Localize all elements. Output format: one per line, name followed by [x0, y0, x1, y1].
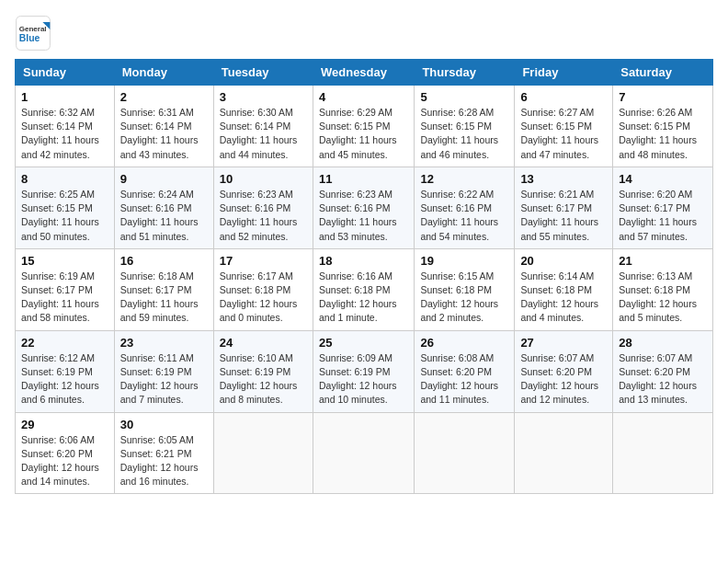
day-number: 30: [120, 418, 208, 431]
calendar-cell: 27Sunrise: 6:07 AM Sunset: 6:20 PM Dayli…: [515, 330, 613, 412]
day-number: 3: [220, 90, 307, 104]
day-number: 26: [420, 336, 508, 350]
day-info: Sunrise: 6:25 AM Sunset: 6:15 PM Dayligh…: [21, 188, 108, 244]
day-info: Sunrise: 6:11 AM Sunset: 6:19 PM Dayligh…: [120, 351, 208, 408]
calendar-cell: 11Sunrise: 6:23 AM Sunset: 6:16 PM Dayli…: [313, 167, 414, 248]
header: General Blue: [15, 15, 713, 52]
day-info: Sunrise: 6:18 AM Sunset: 6:17 PM Dayligh…: [120, 270, 208, 326]
calendar-week-row: 1Sunrise: 6:32 AM Sunset: 6:14 PM Daylig…: [16, 86, 713, 167]
day-number: 18: [319, 254, 408, 268]
day-number: 28: [619, 336, 707, 350]
day-number: 7: [619, 90, 707, 104]
calendar-cell: [515, 412, 613, 494]
day-number: 27: [520, 336, 607, 350]
column-header-sunday: Sunday: [16, 60, 115, 86]
logo-icon: General Blue: [15, 15, 51, 52]
day-number: 16: [120, 254, 208, 268]
calendar-cell: [415, 412, 515, 494]
column-header-monday: Monday: [114, 60, 213, 86]
calendar-cell: 17Sunrise: 6:17 AM Sunset: 6:18 PM Dayli…: [213, 248, 313, 330]
calendar-cell: 4Sunrise: 6:29 AM Sunset: 6:15 PM Daylig…: [313, 86, 414, 167]
day-number: 8: [21, 172, 108, 186]
day-info: Sunrise: 6:08 AM Sunset: 6:20 PM Dayligh…: [420, 351, 508, 408]
day-info: Sunrise: 6:07 AM Sunset: 6:20 PM Dayligh…: [520, 351, 607, 408]
calendar-cell: 20Sunrise: 6:14 AM Sunset: 6:18 PM Dayli…: [515, 248, 613, 330]
calendar-week-row: 8Sunrise: 6:25 AM Sunset: 6:15 PM Daylig…: [16, 167, 713, 248]
calendar-cell: 13Sunrise: 6:21 AM Sunset: 6:17 PM Dayli…: [515, 167, 613, 248]
column-header-wednesday: Wednesday: [313, 60, 414, 86]
day-info: Sunrise: 6:21 AM Sunset: 6:17 PM Dayligh…: [520, 188, 607, 244]
calendar-cell: 10Sunrise: 6:23 AM Sunset: 6:16 PM Dayli…: [213, 167, 313, 248]
day-info: Sunrise: 6:22 AM Sunset: 6:16 PM Dayligh…: [420, 188, 508, 244]
calendar-cell: 21Sunrise: 6:13 AM Sunset: 6:18 PM Dayli…: [613, 248, 713, 330]
calendar-cell: 23Sunrise: 6:11 AM Sunset: 6:19 PM Dayli…: [114, 330, 213, 412]
day-number: 19: [420, 254, 508, 268]
calendar-cell: 18Sunrise: 6:16 AM Sunset: 6:18 PM Dayli…: [313, 248, 414, 330]
day-number: 20: [520, 254, 607, 268]
calendar-cell: 19Sunrise: 6:15 AM Sunset: 6:18 PM Dayli…: [415, 248, 515, 330]
day-info: Sunrise: 6:14 AM Sunset: 6:18 PM Dayligh…: [520, 270, 607, 326]
calendar-cell: [313, 412, 414, 494]
column-header-friday: Friday: [515, 60, 613, 86]
day-info: Sunrise: 6:13 AM Sunset: 6:18 PM Dayligh…: [619, 270, 707, 326]
day-number: 4: [319, 90, 408, 104]
day-info: Sunrise: 6:12 AM Sunset: 6:19 PM Dayligh…: [21, 351, 108, 408]
calendar-cell: 25Sunrise: 6:09 AM Sunset: 6:19 PM Dayli…: [313, 330, 414, 412]
day-number: 2: [120, 90, 208, 104]
calendar-cell: 1Sunrise: 6:32 AM Sunset: 6:14 PM Daylig…: [16, 86, 115, 167]
column-header-saturday: Saturday: [613, 60, 713, 86]
day-info: Sunrise: 6:32 AM Sunset: 6:14 PM Dayligh…: [21, 106, 108, 162]
calendar-week-row: 15Sunrise: 6:19 AM Sunset: 6:17 PM Dayli…: [16, 248, 713, 330]
day-info: Sunrise: 6:09 AM Sunset: 6:19 PM Dayligh…: [319, 351, 408, 408]
calendar-table: SundayMondayTuesdayWednesdayThursdayFrid…: [15, 59, 713, 494]
calendar-week-row: 22Sunrise: 6:12 AM Sunset: 6:19 PM Dayli…: [16, 330, 713, 412]
day-number: 24: [220, 336, 307, 350]
calendar-cell: 3Sunrise: 6:30 AM Sunset: 6:14 PM Daylig…: [213, 86, 313, 167]
calendar-cell: 26Sunrise: 6:08 AM Sunset: 6:20 PM Dayli…: [415, 330, 515, 412]
calendar-cell: 12Sunrise: 6:22 AM Sunset: 6:16 PM Dayli…: [415, 167, 515, 248]
day-number: 9: [120, 172, 208, 186]
calendar-cell: 6Sunrise: 6:27 AM Sunset: 6:15 PM Daylig…: [515, 86, 613, 167]
calendar-header-row: SundayMondayTuesdayWednesdayThursdayFrid…: [16, 60, 713, 86]
day-number: 21: [619, 254, 707, 268]
column-header-tuesday: Tuesday: [213, 60, 313, 86]
calendar-cell: 15Sunrise: 6:19 AM Sunset: 6:17 PM Dayli…: [16, 248, 115, 330]
day-info: Sunrise: 6:24 AM Sunset: 6:16 PM Dayligh…: [120, 188, 208, 244]
day-number: 6: [520, 90, 607, 104]
day-info: Sunrise: 6:10 AM Sunset: 6:19 PM Dayligh…: [220, 351, 307, 408]
day-info: Sunrise: 6:28 AM Sunset: 6:15 PM Dayligh…: [420, 106, 508, 162]
day-info: Sunrise: 6:19 AM Sunset: 6:17 PM Dayligh…: [21, 270, 108, 326]
day-number: 5: [420, 90, 508, 104]
calendar-cell: 30Sunrise: 6:05 AM Sunset: 6:21 PM Dayli…: [114, 412, 213, 494]
calendar-cell: 9Sunrise: 6:24 AM Sunset: 6:16 PM Daylig…: [114, 167, 213, 248]
calendar-cell: 14Sunrise: 6:20 AM Sunset: 6:17 PM Dayli…: [613, 167, 713, 248]
day-info: Sunrise: 6:30 AM Sunset: 6:14 PM Dayligh…: [220, 106, 307, 162]
day-number: 1: [21, 90, 108, 104]
calendar-cell: 24Sunrise: 6:10 AM Sunset: 6:19 PM Dayli…: [213, 330, 313, 412]
day-number: 14: [619, 172, 707, 186]
day-info: Sunrise: 6:31 AM Sunset: 6:14 PM Dayligh…: [120, 106, 208, 162]
day-info: Sunrise: 6:06 AM Sunset: 6:20 PM Dayligh…: [21, 433, 108, 489]
calendar-week-row: 29Sunrise: 6:06 AM Sunset: 6:20 PM Dayli…: [16, 412, 713, 494]
day-number: 22: [21, 336, 108, 350]
day-number: 12: [420, 172, 508, 186]
day-info: Sunrise: 6:27 AM Sunset: 6:15 PM Dayligh…: [520, 106, 607, 162]
day-info: Sunrise: 6:15 AM Sunset: 6:18 PM Dayligh…: [420, 270, 508, 326]
calendar-cell: 29Sunrise: 6:06 AM Sunset: 6:20 PM Dayli…: [16, 412, 115, 494]
svg-text:Blue: Blue: [19, 33, 40, 43]
day-number: 13: [520, 172, 607, 186]
calendar-cell: 22Sunrise: 6:12 AM Sunset: 6:19 PM Dayli…: [16, 330, 115, 412]
day-number: 17: [220, 254, 307, 268]
svg-text:General: General: [19, 25, 47, 33]
calendar-cell: 8Sunrise: 6:25 AM Sunset: 6:15 PM Daylig…: [16, 167, 115, 248]
logo: General Blue: [15, 15, 51, 52]
day-info: Sunrise: 6:16 AM Sunset: 6:18 PM Dayligh…: [319, 270, 408, 326]
day-info: Sunrise: 6:07 AM Sunset: 6:20 PM Dayligh…: [619, 351, 707, 408]
calendar-cell: 7Sunrise: 6:26 AM Sunset: 6:15 PM Daylig…: [613, 86, 713, 167]
day-number: 11: [319, 172, 408, 186]
calendar-cell: 2Sunrise: 6:31 AM Sunset: 6:14 PM Daylig…: [114, 86, 213, 167]
day-number: 29: [21, 418, 108, 431]
day-info: Sunrise: 6:26 AM Sunset: 6:15 PM Dayligh…: [619, 106, 707, 162]
day-number: 23: [120, 336, 208, 350]
day-info: Sunrise: 6:29 AM Sunset: 6:15 PM Dayligh…: [319, 106, 408, 162]
